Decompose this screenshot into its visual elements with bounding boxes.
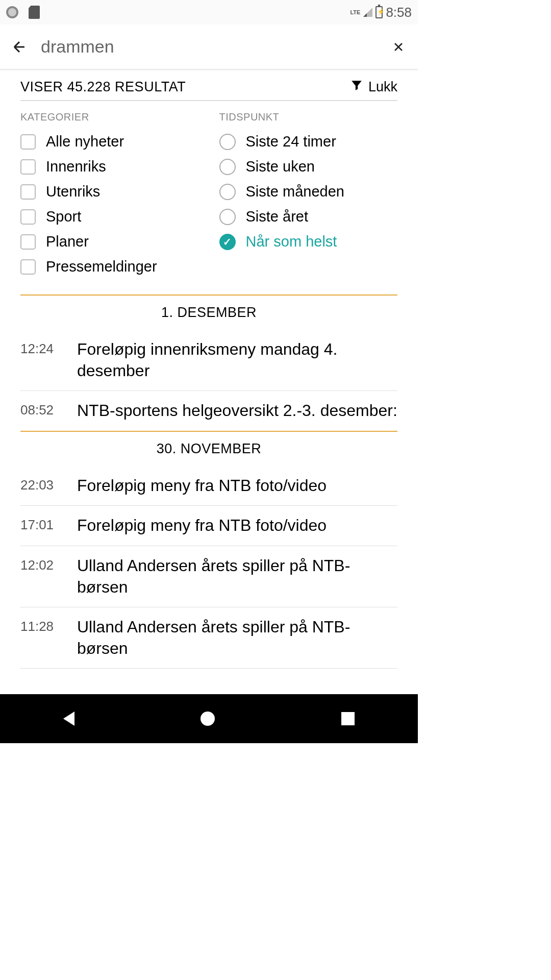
search-input[interactable]	[41, 37, 377, 57]
category-label: Sport	[46, 208, 81, 225]
checkbox-icon	[20, 159, 36, 175]
result-item[interactable]: 17:01 Foreløpig meny fra NTB foto/video	[20, 506, 397, 546]
filter-toggle[interactable]: Lukk	[350, 79, 397, 95]
results-count: VISER 45.228 RESULTAT	[20, 79, 186, 95]
category-label: Pressemeldinger	[46, 258, 157, 275]
clear-search-icon[interactable]	[389, 40, 408, 54]
radio-selected-icon	[219, 234, 236, 250]
filter-icon	[350, 79, 363, 95]
categories-label: KATEGORIER	[20, 111, 199, 123]
category-label: Innenriks	[46, 158, 106, 175]
category-label: Alle nyheter	[46, 133, 124, 150]
result-item[interactable]: 22:03 Foreløpig meny fra NTB foto/video	[20, 466, 397, 506]
category-label: Utenriks	[46, 183, 100, 200]
result-title: Ulland Andersen årets spiller på NTB-bør…	[77, 555, 397, 598]
result-item[interactable]: 12:24 Foreløpig innenriksmeny mandag 4. …	[20, 330, 397, 391]
checkbox-icon	[20, 259, 36, 275]
result-item[interactable]: 11:28 Ulland Andersen årets spiller på N…	[20, 607, 397, 669]
radio-icon	[219, 159, 236, 175]
time-column: TIDSPUNKT Siste 24 timer Siste uken Sist…	[219, 111, 398, 279]
time-option-label: Siste uken	[246, 158, 315, 175]
filter-toggle-label: Lukk	[368, 79, 397, 95]
category-innenriks[interactable]: Innenriks	[20, 154, 199, 179]
sd-card-icon	[29, 6, 40, 19]
category-all-news[interactable]: Alle nyheter	[20, 129, 199, 154]
status-bar: LTE ⚡ 8:58	[0, 0, 418, 24]
time-label: TIDSPUNKT	[219, 111, 398, 123]
result-time: 22:03	[20, 475, 59, 493]
result-title: Foreløpig meny fra NTB foto/video	[77, 475, 327, 497]
checkbox-icon	[20, 184, 36, 200]
category-sport[interactable]: Sport	[20, 204, 199, 229]
nav-back-icon[interactable]	[63, 712, 74, 726]
result-time: 11:28	[20, 617, 59, 634]
time-year[interactable]: Siste året	[219, 204, 398, 229]
search-bar	[0, 24, 418, 69]
result-title: Ulland Andersen årets spiller på NTB-bør…	[77, 617, 397, 659]
category-planer[interactable]: Planer	[20, 229, 199, 254]
nav-home-icon[interactable]	[201, 712, 215, 726]
status-time: 8:58	[386, 5, 412, 20]
result-time: 17:01	[20, 515, 59, 533]
radio-icon	[219, 184, 236, 200]
date-section-header: 1. DESEMBER	[0, 296, 418, 330]
result-title: NTB-sportens helgeoversikt 2.-3. desembe…	[77, 400, 397, 422]
android-nav-bar	[0, 694, 418, 743]
time-month[interactable]: Siste måneden	[219, 179, 398, 204]
time-option-label: Siste 24 timer	[246, 133, 336, 150]
filter-panel: KATEGORIER Alle nyheter Innenriks Utenri…	[0, 101, 418, 295]
lte-icon: LTE	[350, 9, 360, 15]
time-anytime[interactable]: Når som helst	[219, 229, 398, 254]
category-pressemeldinger[interactable]: Pressemeldinger	[20, 254, 199, 279]
radio-icon	[219, 209, 236, 225]
battery-charging-icon: ⚡	[375, 6, 383, 18]
result-time: 12:02	[20, 555, 59, 573]
checkbox-icon	[20, 234, 36, 250]
status-notification-icon	[6, 6, 18, 18]
result-title: Foreløpig meny fra NTB foto/video	[77, 515, 327, 536]
result-item[interactable]: 08:52 NTB-sportens helgeoversikt 2.-3. d…	[20, 391, 397, 431]
category-label: Planer	[46, 233, 89, 250]
filter-header: VISER 45.228 RESULTAT Lukk	[0, 69, 418, 100]
radio-icon	[219, 134, 236, 150]
checkbox-icon	[20, 209, 36, 225]
time-option-label: Når som helst	[246, 233, 337, 250]
result-title: Foreløpig innenriksmeny mandag 4. desemb…	[77, 339, 397, 381]
time-week[interactable]: Siste uken	[219, 154, 398, 179]
categories-column: KATEGORIER Alle nyheter Innenriks Utenri…	[20, 111, 199, 279]
category-utenriks[interactable]: Utenriks	[20, 179, 199, 204]
time-option-label: Siste året	[246, 208, 309, 225]
back-arrow-icon[interactable]	[10, 38, 29, 56]
date-section-header: 30. NOVEMBER	[0, 432, 418, 466]
nav-recent-icon[interactable]	[341, 712, 355, 725]
time-24h[interactable]: Siste 24 timer	[219, 129, 398, 154]
checkbox-icon	[20, 134, 36, 150]
result-time: 12:24	[20, 339, 59, 357]
result-time: 08:52	[20, 400, 59, 418]
time-option-label: Siste måneden	[246, 183, 344, 200]
signal-icon	[363, 8, 372, 17]
result-item[interactable]: 12:02 Ulland Andersen årets spiller på N…	[20, 546, 397, 607]
